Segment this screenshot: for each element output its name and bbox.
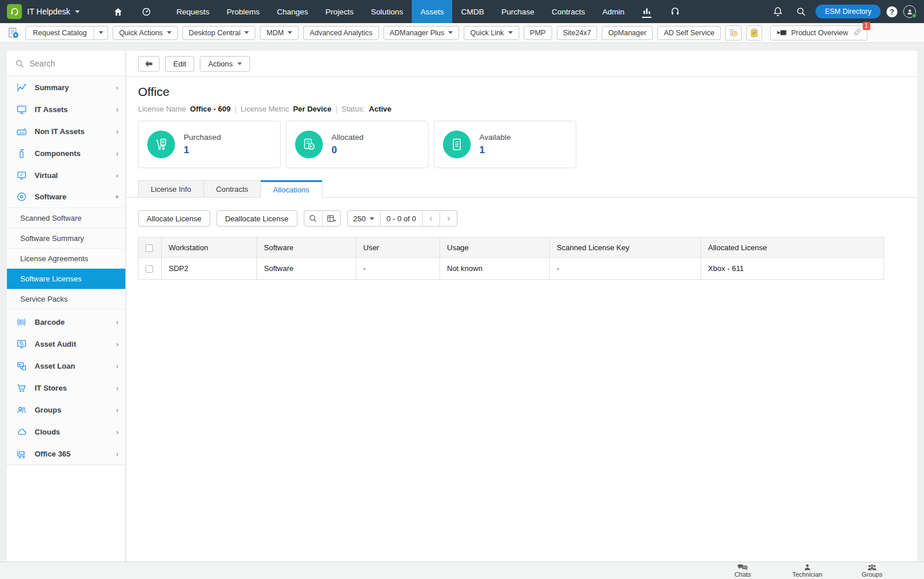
rocket-icon [852,28,861,37]
help-icon[interactable]: ? [886,6,897,17]
chats-button[interactable]: Chats [724,564,761,578]
chevron-expanded-icon: ▾ [116,194,118,200]
sidebar-item-non-it-assets[interactable]: Non IT Assets› [7,120,125,142]
page-size-select[interactable]: 250 [348,211,381,226]
ad-self-service-button[interactable]: AD Self Service [657,26,721,40]
product-switcher[interactable]: IT Helpdesk [0,4,88,19]
sidebar-item-software-summary[interactable]: Software Summary [7,228,125,248]
tab-license-info[interactable]: License Info [138,180,203,198]
sidebar-item-groups[interactable]: Groups› [7,399,125,421]
allocate-license-button[interactable]: Allocate License [138,210,210,227]
chevron-right-icon: › [116,428,118,436]
row-checkbox[interactable] [146,265,153,273]
sidebar-item-it-assets[interactable]: IT Assets› [7,98,125,120]
technician-button[interactable]: Technician [789,563,826,578]
chevron-right-icon: › [116,340,118,348]
monitor-icon [15,104,28,115]
clipboard-icon[interactable] [746,25,762,40]
tab-allocations[interactable]: Allocations [260,180,322,198]
edit-button[interactable]: Edit [165,56,194,72]
cell-workstation: SDP2 [162,258,257,280]
sidebar-item-license-agreements[interactable]: License Agreements [7,248,125,269]
sidebar-item-clouds[interactable]: Clouds› [7,421,125,443]
tab-contracts[interactable]: Contracts [203,180,260,198]
sidebar-item-office-365[interactable]: Office 365› [7,443,125,465]
col-software: Software [257,237,356,258]
new-request-template-icon[interactable] [6,26,21,40]
allocations-table: Workstation Software User Usage Scanned … [138,237,884,280]
back-button[interactable] [138,56,159,72]
next-page-icon[interactable] [439,211,457,226]
nav-contracts[interactable]: Contracts [543,0,594,23]
advanced-analytics-button[interactable]: Advanced Analytics [303,26,378,40]
sidebar-search-input[interactable] [29,59,110,68]
sidebar-item-asset-audit[interactable]: Asset Audit› [7,333,125,355]
opmanager-button[interactable]: OpManager [602,26,653,40]
quick-actions-button[interactable]: Quick Actions [113,26,178,40]
page-title: Office [138,85,906,99]
actions-button[interactable]: Actions [200,56,250,72]
sidebar-item-virtual[interactable]: Virtual› [7,164,125,186]
quick-link-button[interactable]: Quick Link [464,26,519,40]
license-metric-label: License Metric [241,105,289,113]
nav-projects[interactable]: Projects [317,0,363,23]
prev-page-icon[interactable] [422,211,439,226]
request-catalog-caret[interactable] [94,27,107,39]
nav-purchase[interactable]: Purchase [493,0,543,23]
home-icon[interactable] [104,0,132,23]
product-overview-button[interactable]: Product Overview 1 [770,25,867,40]
sidebar-item-components[interactable]: Components› [7,142,125,164]
detail-tabs: License Info Contracts Allocations [138,180,917,198]
request-catalog-button[interactable]: Request Catalog [26,27,94,39]
request-catalog-split-button: Request Catalog [25,26,108,40]
extinguisher-icon [15,148,28,159]
sidebar-search[interactable] [7,51,125,76]
cell-allocated-license: Xbox - 611 [701,258,884,280]
user-avatar[interactable] [903,5,916,18]
groups-button[interactable]: Groups [854,563,891,578]
nav-assets[interactable]: Assets [412,0,453,23]
column-chooser-icon[interactable] [322,211,340,226]
global-search-icon[interactable] [792,0,810,23]
desktop-central-button[interactable]: Desktop Central [182,26,256,40]
assets-sidebar: Summary› IT Assets› Non IT Assets› Compo… [7,51,126,562]
dashboard-gauge-icon[interactable] [132,0,161,23]
reports-chart-icon[interactable] [633,0,661,23]
sidebar-item-scanned-software[interactable]: Scanned Software [7,208,125,228]
notifications-bell-icon[interactable] [769,0,787,23]
site24x7-button[interactable]: Site24x7 [557,26,598,40]
nav-changes[interactable]: Changes [269,0,317,23]
mdm-button[interactable]: MDM [260,26,299,40]
select-all-checkbox[interactable] [146,244,153,252]
footer-bar: Chats Technician Groups [0,562,924,579]
available-card: Available 1 [434,121,576,168]
table-row[interactable]: SDP2 Software - Not known - Xbox - 611 [139,258,884,280]
sidebar-item-software[interactable]: Software▾ [7,186,125,208]
cell-scanned-license-key: - [550,258,701,280]
video-camera-icon [777,29,787,36]
chevron-right-icon: › [116,318,118,326]
nav-admin[interactable]: Admin [594,0,633,23]
admanager-plus-button[interactable]: ADManager Plus [383,26,460,40]
sidebar-item-summary[interactable]: Summary› [7,76,125,98]
sidebar-item-it-stores[interactable]: IT Stores› [7,377,125,399]
col-scanned-license-key: Scanned License Key [550,237,701,258]
sidebar-item-barcode[interactable]: Barcode› [7,311,125,333]
deallocate-license-button[interactable]: Deallocate License [217,210,297,227]
cloud-icon [15,426,28,437]
online-status-dot [912,13,916,18]
sidebar-item-service-packs[interactable]: Service Packs [7,289,125,309]
nav-requests[interactable]: Requests [167,0,218,23]
scheduled-tasks-icon[interactable] [725,25,742,40]
list-search-icon[interactable] [304,211,322,226]
sidebar-item-asset-loan[interactable]: Asset Loan› [7,355,125,377]
sidebar-item-software-licenses[interactable]: Software Licenses [7,269,125,289]
support-headset-icon[interactable] [661,0,690,23]
pmp-button[interactable]: PMP [524,26,552,40]
nav-problems[interactable]: Problems [218,0,269,23]
nav-solutions[interactable]: Solutions [362,0,412,23]
audit-magnifier-icon [15,339,28,350]
esm-directory-button[interactable]: ESM Directory [815,5,881,18]
nav-cmdb[interactable]: CMDB [452,0,493,23]
headset-logo-icon [7,4,22,19]
